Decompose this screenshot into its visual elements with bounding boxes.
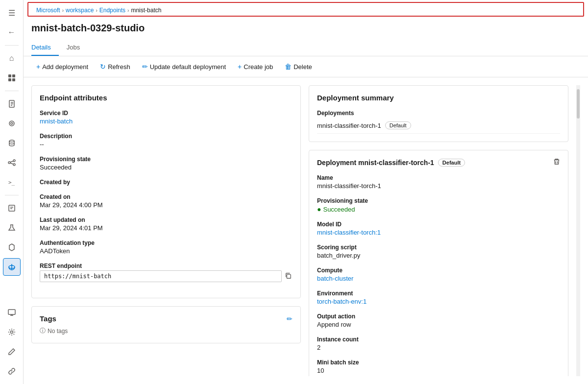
breadcrumb-sep-2: ›	[96, 8, 97, 13]
copy-endpoint-button[interactable]	[284, 271, 293, 282]
auth-type-group: Authentication type AADToken	[40, 240, 293, 255]
breadcrumb-endpoints[interactable]: Endpoints	[99, 7, 125, 14]
home-icon[interactable]: ⌂	[3, 49, 21, 67]
detail-provisioning-value: ● Succeeded	[317, 205, 560, 213]
breadcrumb-workspace[interactable]: workspace	[66, 7, 94, 14]
detail-scoring-script-value: batch_driver.py	[317, 252, 560, 259]
scrollbar[interactable]	[576, 85, 580, 376]
detail-compute-value[interactable]: batch-cluster	[317, 275, 560, 282]
terminal-icon[interactable]: >_	[3, 173, 21, 191]
left-panel: Endpoint attributes Service ID mnist-bat…	[31, 85, 301, 376]
service-id-label: Service ID	[40, 110, 293, 117]
auth-type-value: AADToken	[40, 247, 293, 255]
delete-button[interactable]: 🗑 Delete	[280, 60, 317, 73]
last-updated-label: Last updated on	[40, 216, 293, 223]
detail-provisioning-group: Provisioning state ● Succeeded	[317, 197, 560, 213]
link-icon[interactable]	[3, 362, 21, 380]
add-deployment-button[interactable]: + Add deployment	[31, 60, 93, 73]
scrollbar-thumb	[577, 89, 580, 119]
settings-icon[interactable]	[3, 323, 21, 341]
delete-label: Delete	[294, 63, 312, 71]
tags-title: Tags	[40, 314, 56, 323]
deployment-summary-title: Deployment summary	[317, 94, 560, 102]
tags-card: Tags ✏ ⓘ No tags	[31, 306, 301, 343]
monitor-icon[interactable]	[3, 304, 21, 321]
detail-name-value: mnist-classifier-torch-1	[317, 182, 560, 190]
svg-point-25	[10, 331, 13, 334]
data-icon[interactable]	[3, 134, 21, 152]
jobs-icon[interactable]	[3, 199, 21, 217]
svg-line-15	[10, 163, 13, 164]
info-icon: ⓘ	[40, 327, 46, 335]
created-by-label: Created by	[40, 179, 293, 186]
detail-environment-group: Environment torch-batch-env:1	[317, 290, 560, 305]
svg-rect-26	[287, 274, 291, 278]
svg-rect-2	[8, 78, 11, 81]
notebook-icon[interactable]	[3, 95, 21, 113]
sidebar-divider-1	[5, 45, 19, 46]
endpoint-attributes-title: Endpoint attributes	[40, 94, 293, 102]
svg-point-12	[13, 160, 15, 162]
svg-rect-16	[9, 205, 15, 211]
add-deployment-label: Add deployment	[42, 63, 88, 71]
detail-model-id-value[interactable]: mnist-classifier-torch:1	[317, 229, 560, 236]
deployment-detail-header: Deployment mnist-classifier-torch-1 Defa…	[317, 158, 560, 167]
svg-point-11	[8, 162, 10, 164]
detail-name-label: Name	[317, 174, 560, 181]
detail-provisioning-label: Provisioning state	[317, 197, 560, 204]
svg-point-9	[11, 122, 13, 124]
endpoints-icon[interactable]	[3, 258, 21, 276]
back-icon[interactable]: ←	[3, 24, 21, 41]
breadcrumb-microsoft[interactable]: Microsoft	[36, 7, 60, 14]
delete-icon: 🗑	[285, 63, 292, 71]
svg-point-8	[9, 121, 14, 126]
page-title: mnist-batch-0329-studio	[31, 23, 580, 34]
refresh-button[interactable]: ↻ Refresh	[95, 60, 135, 73]
detail-output-action-label: Output action	[317, 313, 560, 320]
detail-environment-value[interactable]: torch-batch-env:1	[317, 298, 560, 305]
sidebar-divider-2	[5, 91, 19, 91]
created-by-group: Created by	[40, 179, 293, 186]
tab-jobs[interactable]: Jobs	[67, 40, 88, 56]
experiments-icon[interactable]	[3, 219, 21, 237]
dashboard-icon[interactable]	[3, 69, 21, 87]
hamburger-menu-icon[interactable]: ☰	[3, 4, 21, 22]
detail-scoring-script-label: Scoring script	[317, 244, 560, 251]
create-job-button[interactable]: + Create job	[233, 60, 278, 73]
detail-instance-count-label: Instance count	[317, 336, 560, 343]
breadcrumb-sep-1: ›	[62, 8, 64, 13]
tags-edit-icon[interactable]: ✏	[287, 315, 293, 323]
detail-mini-batch-group: Mini batch size 10	[317, 359, 560, 374]
create-job-icon: +	[238, 63, 242, 71]
detail-compute-label: Compute	[317, 267, 560, 274]
service-id-value[interactable]: mnist-batch	[40, 118, 293, 125]
detail-mini-batch-value: 10	[317, 367, 560, 374]
deployment-row: mnist-classifier-torch-1 Default	[317, 118, 560, 134]
success-dot-icon: ●	[317, 205, 321, 213]
detail-instance-count-group: Instance count 2	[317, 336, 560, 351]
rest-endpoint-label: REST endpoint	[40, 263, 293, 269]
svg-line-14	[10, 161, 13, 162]
edit-pen-icon[interactable]	[3, 343, 21, 360]
deployment-trash-icon[interactable]	[553, 158, 560, 167]
refresh-icon: ↻	[100, 63, 106, 71]
detail-output-action-value: Append row	[317, 321, 560, 328]
created-on-group: Created on Mar 29, 2024 4:00 PM	[40, 193, 293, 209]
deployment-detail-title-text: Deployment mnist-classifier-torch-1	[317, 159, 434, 167]
deployment-row-name[interactable]: mnist-classifier-torch-1	[317, 122, 381, 129]
last-updated-group: Last updated on Mar 29, 2024 4:01 PM	[40, 216, 293, 232]
deployment-row-badge: Default	[385, 121, 411, 129]
models-icon[interactable]	[3, 239, 21, 256]
created-on-value: Mar 29, 2024 4:00 PM	[40, 201, 293, 209]
tab-details[interactable]: Details	[31, 40, 59, 56]
description-value: --	[40, 141, 293, 148]
svg-point-10	[9, 140, 14, 142]
pipeline-icon[interactable]	[3, 154, 21, 171]
add-deployment-icon: +	[36, 63, 40, 71]
rest-endpoint-input[interactable]	[40, 270, 282, 282]
deployment-detail-card: Deployment mnist-classifier-torch-1 Defa…	[309, 150, 568, 376]
update-default-button[interactable]: ✏ Update default deployment	[137, 60, 231, 73]
detail-mini-batch-label: Mini batch size	[317, 359, 560, 366]
compute-icon[interactable]	[3, 115, 21, 132]
create-job-label: Create job	[244, 63, 273, 71]
